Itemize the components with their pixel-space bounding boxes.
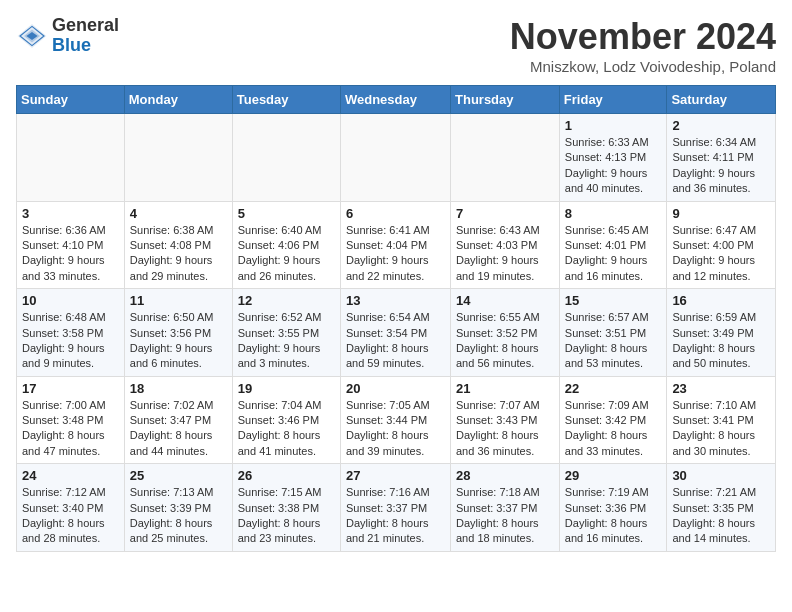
- day-number: 30: [672, 468, 770, 483]
- calendar-day: 26Sunrise: 7:15 AM Sunset: 3:38 PM Dayli…: [232, 464, 340, 552]
- calendar-day: 21Sunrise: 7:07 AM Sunset: 3:43 PM Dayli…: [451, 376, 560, 464]
- day-info: Sunrise: 6:34 AM Sunset: 4:11 PM Dayligh…: [672, 135, 770, 197]
- calendar-day: 30Sunrise: 7:21 AM Sunset: 3:35 PM Dayli…: [667, 464, 776, 552]
- day-number: 23: [672, 381, 770, 396]
- calendar-day: [124, 114, 232, 202]
- logo-text: General Blue: [52, 16, 119, 56]
- calendar-day: 10Sunrise: 6:48 AM Sunset: 3:58 PM Dayli…: [17, 289, 125, 377]
- calendar-day: 28Sunrise: 7:18 AM Sunset: 3:37 PM Dayli…: [451, 464, 560, 552]
- day-number: 26: [238, 468, 335, 483]
- calendar-day: 9Sunrise: 6:47 AM Sunset: 4:00 PM Daylig…: [667, 201, 776, 289]
- calendar-day: 11Sunrise: 6:50 AM Sunset: 3:56 PM Dayli…: [124, 289, 232, 377]
- calendar-day: 12Sunrise: 6:52 AM Sunset: 3:55 PM Dayli…: [232, 289, 340, 377]
- day-number: 24: [22, 468, 119, 483]
- day-info: Sunrise: 6:36 AM Sunset: 4:10 PM Dayligh…: [22, 223, 119, 285]
- calendar-header: SundayMondayTuesdayWednesdayThursdayFrid…: [17, 86, 776, 114]
- logo-general: General: [52, 15, 119, 35]
- calendar-day: 25Sunrise: 7:13 AM Sunset: 3:39 PM Dayli…: [124, 464, 232, 552]
- day-info: Sunrise: 6:40 AM Sunset: 4:06 PM Dayligh…: [238, 223, 335, 285]
- day-info: Sunrise: 6:41 AM Sunset: 4:04 PM Dayligh…: [346, 223, 445, 285]
- day-number: 19: [238, 381, 335, 396]
- day-number: 17: [22, 381, 119, 396]
- calendar-day: 4Sunrise: 6:38 AM Sunset: 4:08 PM Daylig…: [124, 201, 232, 289]
- calendar-day: 8Sunrise: 6:45 AM Sunset: 4:01 PM Daylig…: [559, 201, 667, 289]
- calendar-day: 19Sunrise: 7:04 AM Sunset: 3:46 PM Dayli…: [232, 376, 340, 464]
- day-number: 22: [565, 381, 662, 396]
- day-info: Sunrise: 7:16 AM Sunset: 3:37 PM Dayligh…: [346, 485, 445, 547]
- day-number: 18: [130, 381, 227, 396]
- day-number: 2: [672, 118, 770, 133]
- calendar-day: 15Sunrise: 6:57 AM Sunset: 3:51 PM Dayli…: [559, 289, 667, 377]
- day-info: Sunrise: 7:19 AM Sunset: 3:36 PM Dayligh…: [565, 485, 662, 547]
- day-number: 5: [238, 206, 335, 221]
- calendar-day: 5Sunrise: 6:40 AM Sunset: 4:06 PM Daylig…: [232, 201, 340, 289]
- day-number: 4: [130, 206, 227, 221]
- calendar-day: 2Sunrise: 6:34 AM Sunset: 4:11 PM Daylig…: [667, 114, 776, 202]
- day-number: 10: [22, 293, 119, 308]
- calendar-day: 22Sunrise: 7:09 AM Sunset: 3:42 PM Dayli…: [559, 376, 667, 464]
- header: General Blue November 2024 Mniszkow, Lod…: [16, 16, 776, 75]
- calendar-day: 13Sunrise: 6:54 AM Sunset: 3:54 PM Dayli…: [340, 289, 450, 377]
- calendar-day: 18Sunrise: 7:02 AM Sunset: 3:47 PM Dayli…: [124, 376, 232, 464]
- day-info: Sunrise: 7:21 AM Sunset: 3:35 PM Dayligh…: [672, 485, 770, 547]
- day-info: Sunrise: 6:38 AM Sunset: 4:08 PM Dayligh…: [130, 223, 227, 285]
- day-of-week-header: Monday: [124, 86, 232, 114]
- day-number: 8: [565, 206, 662, 221]
- day-of-week-header: Wednesday: [340, 86, 450, 114]
- day-number: 14: [456, 293, 554, 308]
- day-info: Sunrise: 6:48 AM Sunset: 3:58 PM Dayligh…: [22, 310, 119, 372]
- day-info: Sunrise: 6:33 AM Sunset: 4:13 PM Dayligh…: [565, 135, 662, 197]
- day-info: Sunrise: 7:02 AM Sunset: 3:47 PM Dayligh…: [130, 398, 227, 460]
- calendar-day: [340, 114, 450, 202]
- calendar-day: 29Sunrise: 7:19 AM Sunset: 3:36 PM Dayli…: [559, 464, 667, 552]
- day-info: Sunrise: 6:50 AM Sunset: 3:56 PM Dayligh…: [130, 310, 227, 372]
- calendar-day: 7Sunrise: 6:43 AM Sunset: 4:03 PM Daylig…: [451, 201, 560, 289]
- title-area: November 2024 Mniszkow, Lodz Voivodeship…: [510, 16, 776, 75]
- day-number: 3: [22, 206, 119, 221]
- calendar: SundayMondayTuesdayWednesdayThursdayFrid…: [16, 85, 776, 552]
- day-number: 7: [456, 206, 554, 221]
- calendar-day: 23Sunrise: 7:10 AM Sunset: 3:41 PM Dayli…: [667, 376, 776, 464]
- calendar-day: 24Sunrise: 7:12 AM Sunset: 3:40 PM Dayli…: [17, 464, 125, 552]
- day-number: 16: [672, 293, 770, 308]
- location: Mniszkow, Lodz Voivodeship, Poland: [510, 58, 776, 75]
- day-info: Sunrise: 6:45 AM Sunset: 4:01 PM Dayligh…: [565, 223, 662, 285]
- calendar-week: 1Sunrise: 6:33 AM Sunset: 4:13 PM Daylig…: [17, 114, 776, 202]
- day-info: Sunrise: 6:54 AM Sunset: 3:54 PM Dayligh…: [346, 310, 445, 372]
- calendar-day: 3Sunrise: 6:36 AM Sunset: 4:10 PM Daylig…: [17, 201, 125, 289]
- day-info: Sunrise: 7:10 AM Sunset: 3:41 PM Dayligh…: [672, 398, 770, 460]
- calendar-day: [451, 114, 560, 202]
- calendar-day: [17, 114, 125, 202]
- day-of-week-header: Sunday: [17, 86, 125, 114]
- day-info: Sunrise: 7:15 AM Sunset: 3:38 PM Dayligh…: [238, 485, 335, 547]
- logo: General Blue: [16, 16, 119, 56]
- calendar-day: 27Sunrise: 7:16 AM Sunset: 3:37 PM Dayli…: [340, 464, 450, 552]
- calendar-body: 1Sunrise: 6:33 AM Sunset: 4:13 PM Daylig…: [17, 114, 776, 552]
- day-of-week-header: Saturday: [667, 86, 776, 114]
- calendar-day: [232, 114, 340, 202]
- logo-blue: Blue: [52, 35, 91, 55]
- day-info: Sunrise: 7:00 AM Sunset: 3:48 PM Dayligh…: [22, 398, 119, 460]
- calendar-day: 16Sunrise: 6:59 AM Sunset: 3:49 PM Dayli…: [667, 289, 776, 377]
- day-number: 25: [130, 468, 227, 483]
- day-info: Sunrise: 7:18 AM Sunset: 3:37 PM Dayligh…: [456, 485, 554, 547]
- calendar-day: 1Sunrise: 6:33 AM Sunset: 4:13 PM Daylig…: [559, 114, 667, 202]
- day-info: Sunrise: 7:13 AM Sunset: 3:39 PM Dayligh…: [130, 485, 227, 547]
- day-number: 20: [346, 381, 445, 396]
- month-title: November 2024: [510, 16, 776, 58]
- day-info: Sunrise: 7:09 AM Sunset: 3:42 PM Dayligh…: [565, 398, 662, 460]
- day-number: 13: [346, 293, 445, 308]
- day-number: 11: [130, 293, 227, 308]
- day-of-week-header: Friday: [559, 86, 667, 114]
- day-info: Sunrise: 6:57 AM Sunset: 3:51 PM Dayligh…: [565, 310, 662, 372]
- day-info: Sunrise: 6:52 AM Sunset: 3:55 PM Dayligh…: [238, 310, 335, 372]
- day-number: 28: [456, 468, 554, 483]
- calendar-day: 14Sunrise: 6:55 AM Sunset: 3:52 PM Dayli…: [451, 289, 560, 377]
- day-number: 27: [346, 468, 445, 483]
- calendar-week: 3Sunrise: 6:36 AM Sunset: 4:10 PM Daylig…: [17, 201, 776, 289]
- calendar-day: 20Sunrise: 7:05 AM Sunset: 3:44 PM Dayli…: [340, 376, 450, 464]
- day-number: 9: [672, 206, 770, 221]
- day-number: 12: [238, 293, 335, 308]
- day-info: Sunrise: 6:47 AM Sunset: 4:00 PM Dayligh…: [672, 223, 770, 285]
- day-info: Sunrise: 6:55 AM Sunset: 3:52 PM Dayligh…: [456, 310, 554, 372]
